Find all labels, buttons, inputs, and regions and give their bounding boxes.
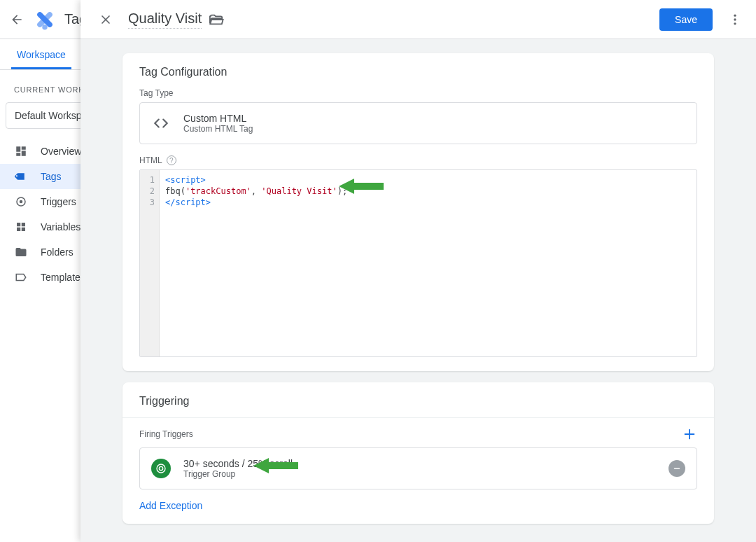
svg-point-5 [734, 14, 736, 16]
firing-trigger-row[interactable]: 30+ seconds / 25% scroll Trigger Group [139, 447, 697, 489]
nav-label: Variables [41, 221, 80, 232]
code-content[interactable]: <script> fbq('trackCustom', 'Quality Vis… [160, 170, 696, 356]
tag-editor-slideover: Quality Visit Save Tag Configuration Tag… [80, 0, 756, 542]
tag-type-label: Tag Type [122, 88, 714, 102]
nav-label: Triggers [41, 196, 76, 207]
template-icon [14, 271, 28, 284]
more-menu-icon[interactable] [722, 7, 748, 32]
back-arrow-icon[interactable] [8, 11, 25, 28]
tag-configuration-card: Tag Configuration Tag Type Custom HTML C… [122, 53, 714, 371]
dashboard-icon [14, 145, 28, 158]
folder-open-icon[interactable] [209, 12, 224, 27]
nav-label: Overview [41, 146, 81, 157]
tag-icon [14, 170, 28, 183]
tag-type-selector[interactable]: Custom HTML Custom HTML Tag [139, 102, 697, 144]
nav-label: Templates [41, 272, 85, 283]
tag-type-name: Custom HTML [183, 113, 253, 124]
card-title: Triggering [122, 382, 714, 417]
svg-point-7 [734, 22, 736, 25]
save-button[interactable]: Save [659, 8, 713, 31]
tab-workspace[interactable]: Workspace [11, 49, 71, 69]
code-brackets-icon [151, 113, 171, 133]
gtm-logo-icon [34, 8, 56, 31]
add-exception-link[interactable]: Add Exception [122, 500, 219, 524]
close-icon[interactable] [93, 7, 118, 32]
firing-triggers-label: Firing Triggers [139, 429, 193, 439]
remove-trigger-button[interactable] [668, 460, 685, 477]
tag-name-input[interactable]: Quality Visit [128, 11, 202, 29]
card-title: Tag Configuration [122, 53, 714, 88]
svg-point-6 [734, 18, 736, 20]
add-trigger-button[interactable] [682, 426, 697, 442]
tag-type-subtitle: Custom HTML Tag [183, 124, 253, 134]
slideover-header: Quality Visit Save [80, 0, 756, 39]
svg-point-4 [20, 200, 23, 204]
trigger-group-icon [151, 459, 171, 478]
nav-label: Folders [41, 246, 74, 258]
svg-point-9 [157, 464, 165, 473]
target-icon [14, 195, 28, 208]
nav-label: Tags [41, 171, 62, 182]
help-icon[interactable]: ? [167, 155, 176, 165]
html-code-editor[interactable]: 1 2 3 <script> fbq('trackCustom', 'Quali… [139, 169, 697, 357]
trigger-name: 30+ seconds / 25% scroll [183, 458, 293, 469]
boxes-icon [14, 221, 28, 233]
triggering-card: Triggering Firing Triggers 30+ seconds /… [122, 382, 714, 524]
trigger-type: Trigger Group [183, 469, 293, 479]
code-gutter: 1 2 3 [140, 170, 160, 356]
svg-point-2 [42, 24, 48, 29]
html-field-label: HTML [139, 155, 162, 165]
folder-icon [14, 246, 28, 258]
svg-point-10 [159, 466, 162, 470]
